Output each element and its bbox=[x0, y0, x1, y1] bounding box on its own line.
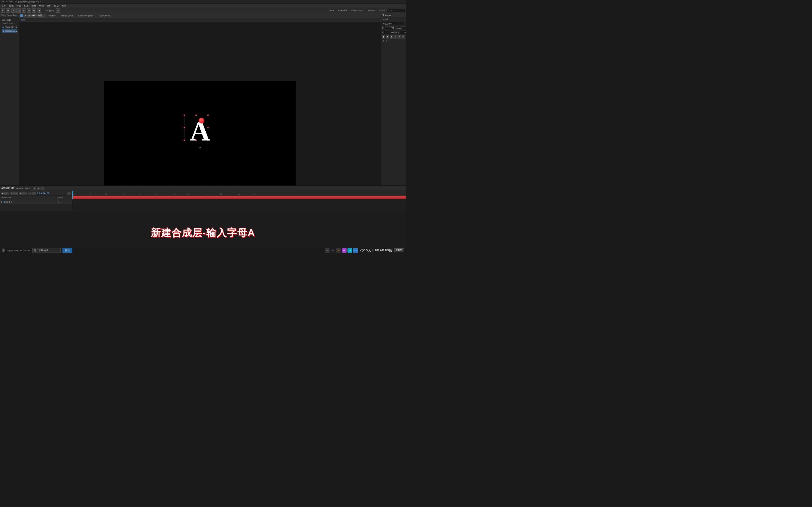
toolbar-select[interactable]: ↖ bbox=[1, 8, 5, 13]
watermark: @CG天下 PR AE PS疑 bbox=[360, 248, 392, 252]
tl-tool-8[interactable]: ⧖ bbox=[32, 192, 36, 195]
bottom-input[interactable] bbox=[33, 248, 61, 253]
timeline-ruler: 0f 5f 10f 15f 20f 25f 01:00f 05f 10f 15f… bbox=[72, 191, 406, 195]
menu-help[interactable]: 帮助 bbox=[61, 4, 66, 7]
project-item-comp[interactable]: ▦ 0803121113 bbox=[2, 25, 17, 29]
kerning-input[interactable] bbox=[384, 31, 395, 34]
tracking-icon: AV bbox=[399, 27, 401, 30]
tab-flowchart[interactable]: Flowchart (none) bbox=[77, 14, 96, 18]
app-title: AE CC 2017 - FA教程录制\路径动画.aep * bbox=[1, 0, 41, 3]
timeline-right[interactable]: 0f 5f 10f 15f 20f 25f 01:00f 05f 10f 15f… bbox=[72, 191, 406, 211]
layer-bar[interactable] bbox=[72, 196, 406, 199]
menu-edit[interactable]: 编辑 bbox=[9, 4, 14, 7]
timeline-header: 0803121113 Render Queue ⊞ ≡ ☰ bbox=[0, 186, 406, 191]
tab-preview[interactable]: Preview bbox=[46, 14, 57, 18]
app-icon-ps[interactable]: Ps bbox=[353, 248, 358, 253]
toolbar-brush[interactable]: ✏ bbox=[27, 8, 31, 13]
format-strikethrough[interactable]: T̶ bbox=[394, 35, 397, 39]
workspace-libraries[interactable]: Libraries bbox=[366, 9, 376, 12]
render-queue-btn[interactable]: Render Queue bbox=[16, 187, 30, 190]
status-right: ⊞ e ❖ Ae Pr Ps @CG天下 PR AE PS疑 CAPS bbox=[325, 248, 404, 253]
layer-row-1[interactable]: 1 A None bbox=[0, 200, 72, 204]
tab-footage[interactable]: Footage (none) bbox=[58, 14, 76, 18]
workspace-small[interactable]: Small Screen bbox=[349, 9, 364, 12]
comp-color-swatch bbox=[20, 14, 23, 17]
tl-tool-4[interactable]: ◎ bbox=[14, 192, 18, 195]
handle-ml[interactable] bbox=[184, 127, 185, 128]
search-input[interactable] bbox=[386, 9, 405, 12]
text-layer-a[interactable]: A ◇ bbox=[190, 117, 210, 145]
tl-tool-7[interactable]: ◻ bbox=[28, 192, 32, 195]
character-panel-header: Character bbox=[381, 13, 406, 17]
toolbar-roto[interactable]: ⊞ bbox=[21, 8, 26, 13]
snapping-toggle[interactable]: ⊞ bbox=[56, 8, 60, 13]
menu-effect[interactable]: 效果 bbox=[32, 4, 36, 7]
tl-icon-3[interactable]: ☰ bbox=[41, 187, 44, 190]
app-icon-3[interactable]: ❖ bbox=[336, 248, 341, 253]
layer-name: A bbox=[11, 201, 57, 203]
layer-solo-dot bbox=[7, 202, 8, 203]
leading-input[interactable] bbox=[400, 31, 406, 34]
toolbar-text[interactable]: T bbox=[11, 8, 15, 13]
format-superscript[interactable]: T bbox=[398, 35, 401, 39]
project-item-image[interactable]: 🖼 0803121113.jpg bbox=[2, 29, 17, 33]
kerning-row: ℕ % ↕ px bbox=[382, 31, 405, 34]
handle-tl[interactable] bbox=[184, 115, 185, 116]
font-size-icon: T bbox=[382, 26, 384, 30]
format-bold[interactable]: T bbox=[382, 35, 385, 39]
project-items: ▦ 0803121113 🖼 0803121113.jpg bbox=[1, 25, 18, 33]
tl-tool-3[interactable]: ⟳ bbox=[10, 192, 14, 195]
menu-composition[interactable]: 合成 bbox=[16, 4, 21, 7]
app-icon-ae[interactable]: Ae bbox=[342, 248, 347, 253]
font-size-input[interactable] bbox=[385, 26, 395, 30]
font-name-input[interactable] bbox=[382, 22, 404, 25]
toolbar-shape[interactable]: ◻ bbox=[16, 8, 21, 13]
col-source: Source Name bbox=[1, 197, 56, 199]
timeline-area: 0803121113 Render Queue ⊞ ≡ ☰ ▶ ◫ ⟳ ◎ ◈ … bbox=[0, 185, 406, 253]
toolbar-clone[interactable]: ⊕ bbox=[32, 8, 36, 13]
font-size-row: T px AV bbox=[382, 26, 405, 30]
format-italic[interactable]: T bbox=[386, 35, 389, 39]
tab-composition[interactable]: Composition 路径... bbox=[23, 14, 46, 18]
format-underline[interactable]: T bbox=[390, 35, 393, 39]
col-parent: Parent bbox=[57, 197, 71, 199]
toolbar-eraser[interactable]: ◈ bbox=[37, 8, 41, 13]
tl-tool-5[interactable]: ◈ bbox=[19, 192, 22, 195]
playhead[interactable] bbox=[72, 191, 73, 195]
workspace-default[interactable]: Default bbox=[326, 9, 335, 12]
menu-layer[interactable]: 图层 bbox=[24, 4, 29, 7]
bottom-blue-btn[interactable]: 微信 bbox=[62, 248, 72, 253]
tl-tool-1[interactable]: ▶ bbox=[1, 192, 5, 195]
tl-icon-2[interactable]: ≡ bbox=[37, 187, 40, 190]
font-name-row bbox=[382, 22, 405, 25]
handle-bl[interactable] bbox=[184, 139, 185, 141]
tab-layer[interactable]: Layer (none) bbox=[97, 14, 112, 18]
project-info-2: used 1 time bbox=[1, 21, 18, 25]
caps-badge: CAPS bbox=[394, 248, 404, 252]
tracking-input[interactable] bbox=[402, 26, 406, 30]
subtitle-text: 新建合成层-输入字母A bbox=[151, 226, 255, 239]
title-bar: AE CC 2017 - FA教程录制\路径动画.aep * bbox=[0, 0, 406, 4]
tl-icon-1[interactable]: ⊞ bbox=[33, 187, 37, 190]
ruler-mark-10b: 10f bbox=[204, 193, 207, 195]
effect-controls-header: Effect Controls A bbox=[0, 13, 19, 17]
format-subscript[interactable]: T bbox=[402, 35, 405, 39]
tl-time-display[interactable]: 0:00:00:00 bbox=[37, 192, 49, 194]
menu-view[interactable]: 视图 bbox=[47, 4, 51, 7]
app-icon-pr[interactable]: Pr bbox=[348, 248, 352, 253]
tl-tool-2[interactable]: ◫ bbox=[5, 192, 9, 195]
menu-file[interactable]: 文件 bbox=[1, 4, 6, 7]
ruler-mark-20b: 20f bbox=[237, 193, 240, 195]
leading-icon: ↕ bbox=[398, 32, 399, 34]
tl-tool-6[interactable]: ⊕ bbox=[23, 192, 27, 195]
composition-icon: ▦ bbox=[2, 26, 4, 29]
menu-window[interactable]: 窗口 bbox=[54, 4, 59, 7]
tl-expand[interactable]: ⊡ bbox=[67, 192, 71, 195]
menu-animation[interactable]: 动画 bbox=[39, 4, 44, 7]
workspace-standard[interactable]: Standard bbox=[337, 9, 348, 12]
character-search-header: Search bbox=[381, 17, 406, 21]
app-icon-1[interactable]: ⊞ bbox=[325, 248, 329, 253]
toolbar-pen[interactable]: ✒ bbox=[6, 8, 10, 13]
toggle-switches-icon[interactable]: ≡ bbox=[2, 248, 5, 252]
app-icon-2[interactable]: e bbox=[331, 248, 335, 253]
